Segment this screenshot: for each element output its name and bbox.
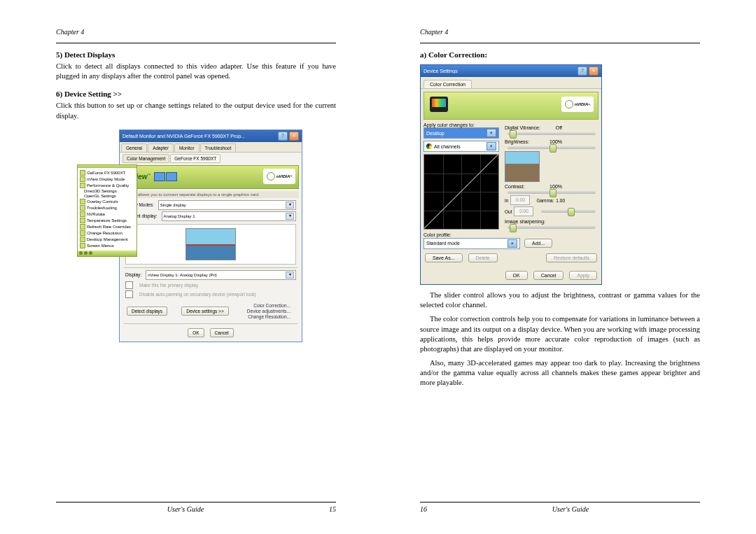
sidebar-item[interactable]: Troubleshooting	[87, 206, 117, 210]
contrast-label: Contrast:	[505, 184, 542, 189]
sample-image	[505, 151, 540, 182]
contrast-slider[interactable]	[507, 191, 596, 194]
cancel-button[interactable]: Cancel	[210, 328, 234, 337]
display-combo[interactable]: nView Display 1: Analog Display (Pri)▾	[146, 270, 296, 280]
out-field[interactable]: 0.00	[514, 206, 533, 216]
ok-button[interactable]: OK	[505, 271, 528, 280]
sidebar-item[interactable]: NVRotate	[87, 212, 105, 216]
section-5-text: Click to detect all displays connected t…	[56, 62, 336, 81]
tab-geforce[interactable]: GeForce FX 5900XT	[170, 154, 220, 163]
sidebar-item[interactable]: OpenGL Settings	[84, 194, 116, 198]
checkbox-autopan[interactable]	[125, 290, 133, 298]
tab-colormgmt[interactable]: Color Management	[122, 154, 169, 163]
gamma-slider[interactable]	[541, 210, 596, 213]
footer-label: User's Guide	[56, 505, 315, 513]
settings-links: Color Correction... Device adjustments..…	[247, 302, 290, 320]
in-field[interactable]: 0.00	[510, 195, 530, 205]
chapter-header: Chapter 4	[420, 28, 700, 36]
header-rule	[56, 43, 336, 43]
color-profile-label: Color profile:	[424, 232, 598, 237]
out-label: Out	[505, 209, 512, 214]
checkbox-primary[interactable]	[125, 281, 133, 289]
page-left: Chapter 4 5) Detect Displays Click to de…	[0, 0, 378, 534]
sharpen-label: Image sharpening:	[505, 219, 545, 224]
link-device-adjustments[interactable]: Device adjustments...	[247, 309, 290, 314]
dv-slider[interactable]	[507, 132, 596, 135]
sidebar-item[interactable]: GeForce FX 5900XT	[87, 171, 125, 175]
para-2: The color correction controls help you t…	[420, 314, 700, 354]
profile-combo[interactable]: Standard mode▾	[424, 238, 520, 249]
restore-button[interactable]: Restore defaults	[546, 253, 597, 262]
channels-combo[interactable]: All channels▾	[424, 141, 499, 152]
apply-to-combo[interactable]: Desktop▾	[424, 127, 499, 139]
tab-adapter[interactable]: Adapter	[148, 143, 174, 152]
section-6-title: 6) Device Setting >>	[56, 90, 336, 98]
dialog-title: Device Settings	[424, 69, 576, 73]
nvidia-badge: nVIDIA®	[561, 97, 594, 112]
sidebar-item[interactable]: Performance & Quality	[87, 183, 129, 188]
section-a-title: a) Color Correction:	[420, 50, 700, 59]
sidebar-item[interactable]: Temperature Settings	[87, 218, 127, 223]
screenshot-color-correction: Device Settings ? × Color Correction nVI…	[420, 64, 602, 285]
tab-monitor[interactable]: Monitor	[174, 143, 200, 152]
saveas-button[interactable]: Save As...	[425, 253, 463, 262]
close-button[interactable]: ×	[289, 132, 299, 141]
tab-general[interactable]: General	[121, 143, 147, 152]
dialog-titlebar[interactable]: Device Settings ? ×	[421, 65, 601, 77]
sidebar-item[interactable]: Refresh Rate Overrides	[87, 225, 131, 229]
delete-button[interactable]: Delete	[468, 253, 498, 262]
sidebar-item[interactable]: nView Display Mode	[87, 177, 125, 181]
tab-troubleshoot[interactable]: Troubleshoot	[200, 143, 237, 152]
cancel-button[interactable]: Cancel	[533, 271, 564, 280]
sidebar-item[interactable]: Screen Menus	[87, 244, 114, 248]
apply-button[interactable]: Apply	[569, 271, 597, 280]
nvidia-sidebar: GeForce FX 5900XT nView Display Mode Per…	[77, 164, 137, 257]
add-button[interactable]: Add...	[524, 239, 552, 248]
page-right: Chapter 4 a) Color Correction: Device Se…	[378, 0, 756, 534]
properties-dialog: Default Monitor and NVIDIA GeForce FX 59…	[119, 129, 302, 342]
display-thumbnail-area	[125, 224, 296, 265]
display-label: Display:	[125, 272, 141, 277]
help-button[interactable]: ?	[278, 132, 288, 141]
page-footer: 16 User's Guide	[420, 502, 700, 513]
sidebar-items: GeForce FX 5900XT nView Display Mode Per…	[78, 168, 136, 251]
section-5-title: 5) Detect Displays	[56, 50, 336, 59]
contrast-value: 100%	[542, 184, 562, 189]
sidebar-item[interactable]: Direct3D Settings	[84, 189, 117, 193]
sidebar-item[interactable]: Change Resolution	[87, 231, 122, 235]
link-color-correction[interactable]: Color Correction...	[247, 303, 290, 308]
brightness-value: 100%	[542, 139, 562, 144]
nvidia-badge: nVIDIA®	[263, 169, 295, 184]
sidebar-item[interactable]: Desktop Management	[87, 237, 128, 241]
device-settings-button[interactable]: Device settings >>	[181, 307, 228, 316]
apply-to-label: Apply color changes to:	[424, 122, 505, 127]
gamma-curve[interactable]	[424, 154, 499, 230]
dv-value: Off	[542, 125, 562, 130]
dialog-title: Default Monitor and NVIDIA GeForce FX 59…	[122, 134, 276, 139]
close-button[interactable]: ×	[589, 66, 598, 76]
sidebar-item[interactable]: Overlay Controls	[87, 199, 118, 204]
footer-label: User's Guide	[441, 505, 700, 513]
tv-icon	[430, 97, 448, 112]
currdisp-combo[interactable]: Analog Display 1▾	[162, 211, 296, 221]
chk1-label: Make this the primary display	[139, 283, 198, 288]
help-button[interactable]: ?	[578, 66, 587, 76]
ok-button[interactable]: OK	[188, 328, 204, 337]
gamma-label: Gamma:	[536, 198, 554, 203]
page-footer: User's Guide 15	[56, 502, 336, 513]
link-change-resolution[interactable]: Change Resolution...	[247, 314, 290, 319]
detect-displays-button[interactable]: Detect displays	[127, 307, 167, 316]
section-6-text: Click this button to set up or change se…	[56, 101, 336, 120]
sharpen-slider[interactable]	[507, 226, 596, 229]
in-label: In	[505, 198, 508, 203]
cc-banner: nVIDIA®	[424, 92, 598, 120]
tab-color-correction[interactable]: Color Correction	[424, 80, 472, 88]
brightness-slider[interactable]	[507, 146, 596, 149]
display-thumbnail[interactable]	[186, 228, 236, 260]
dialog-titlebar[interactable]: Default Monitor and NVIDIA GeForce FX 59…	[120, 130, 302, 142]
brightness-label: Brightness:	[505, 139, 542, 144]
dv-label: Digital Vibrance:	[505, 125, 542, 130]
mode-combo[interactable]: Single display▾	[158, 200, 296, 210]
page-number: 15	[315, 505, 336, 513]
para-1: The slider control allows you to adjust …	[420, 290, 700, 310]
